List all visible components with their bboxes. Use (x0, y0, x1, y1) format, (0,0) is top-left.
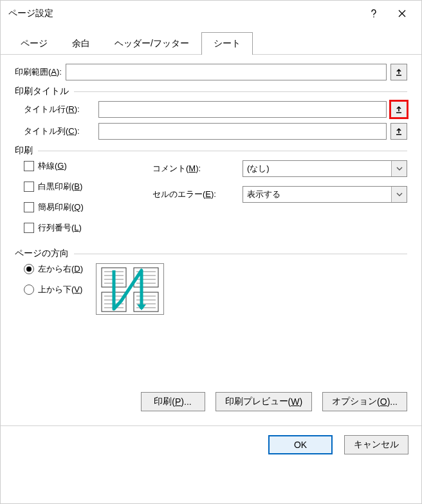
rowcol-headings-checkbox[interactable] (24, 223, 34, 233)
print-area-label: 印刷範囲(A): (15, 66, 62, 78)
print-area-ref-button[interactable] (390, 64, 407, 80)
collapse-dialog-icon (394, 105, 403, 114)
help-button[interactable] (360, 1, 388, 26)
tab-header-footer[interactable]: ヘッダー/フッター (102, 32, 201, 55)
print-area-input[interactable] (66, 64, 387, 80)
black-white-label: 白黒印刷(B) (38, 181, 82, 192)
rowcol-headings-label: 行列番号(L) (38, 222, 82, 234)
chevron-down-icon (391, 187, 407, 202)
title-rows-input[interactable] (98, 101, 387, 118)
tab-strip: ページ 余白 ヘッダー/フッター シート (1, 26, 421, 55)
tab-margins[interactable]: 余白 (60, 32, 102, 55)
window-title: ページ設定 (8, 8, 360, 19)
title-cols-label: タイトル列(C): (24, 126, 95, 137)
comments-value: (なし) (243, 163, 391, 174)
print-titles-section: 印刷タイトル (15, 86, 407, 97)
cell-errors-label: セルのエラー(E): (152, 189, 236, 200)
collapse-dialog-icon (394, 68, 403, 77)
chevron-down-icon (391, 161, 407, 176)
print-section: 印刷 (15, 145, 407, 156)
page-order-section: ページの方向 (15, 248, 407, 259)
title-rows-ref-button[interactable] (390, 101, 407, 118)
ltr-label: 左から右(D) (38, 263, 83, 275)
print-button[interactable]: 印刷(P)... (141, 392, 205, 411)
ttb-radio[interactable] (24, 285, 34, 295)
cancel-button[interactable]: キャンセル (344, 435, 408, 454)
draft-label: 簡易印刷(Q) (38, 201, 84, 213)
gridlines-label: 枠線(G) (38, 160, 67, 172)
svg-rect-3 (134, 292, 158, 312)
page-order-icon (96, 264, 165, 315)
help-icon (369, 9, 378, 18)
ltr-radio[interactable] (24, 264, 34, 274)
tab-sheet[interactable]: シート (201, 32, 253, 55)
tab-page[interactable]: ページ (8, 32, 60, 55)
title-rows-label: タイトル行(R): (24, 104, 95, 115)
ok-button[interactable]: OK (268, 435, 333, 454)
black-white-checkbox[interactable] (24, 182, 34, 192)
cell-errors-value: 表示する (243, 189, 391, 200)
collapse-dialog-icon (394, 127, 403, 136)
ttb-label: 上から下(V) (38, 284, 82, 295)
title-bar: ページ設定 (1, 1, 421, 26)
close-icon (398, 9, 407, 18)
gridlines-checkbox[interactable] (24, 161, 34, 171)
comments-label: コメント(M): (152, 163, 236, 174)
close-button[interactable] (388, 1, 416, 26)
tab-content: 印刷範囲(A): 印刷タイトル タイトル行(R): (1, 55, 421, 425)
title-cols-input[interactable] (98, 123, 387, 140)
dialog-footer: OK キャンセル (1, 425, 421, 463)
page-order-preview (96, 263, 164, 315)
print-preview-button[interactable]: 印刷プレビュー(W) (216, 392, 313, 411)
draft-checkbox[interactable] (24, 202, 34, 212)
cell-errors-combo[interactable]: 表示する (243, 186, 407, 203)
title-cols-ref-button[interactable] (390, 123, 407, 140)
comments-combo[interactable]: (なし) (243, 160, 407, 177)
options-button[interactable]: オプション(O)... (322, 392, 407, 411)
